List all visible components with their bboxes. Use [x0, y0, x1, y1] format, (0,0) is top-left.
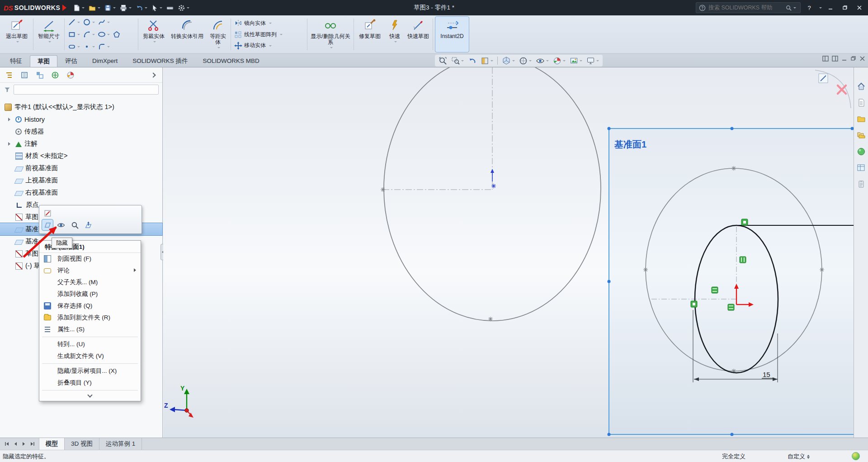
first-tab-button[interactable]: [3, 440, 10, 448]
slot-tool-button[interactable]: [67, 42, 81, 51]
dimension-text[interactable]: 15: [763, 371, 770, 378]
zoom-fit-button[interactable]: [439, 57, 447, 65]
trim-entities-button[interactable]: 剪裁实体: [141, 17, 167, 52]
tab-solidworks-mbd[interactable]: SOLIDWORKS MBD: [196, 55, 267, 67]
configuration-manager-icon[interactable]: [35, 71, 44, 79]
tree-item-part-root[interactable]: 零件1 (默认<<默认>_显示状态 1>): [0, 101, 162, 113]
menu-item-comment[interactable]: 评论: [39, 265, 141, 276]
menu-item-create-new-folder[interactable]: 生成新文件夹 (V): [39, 350, 141, 362]
file-explorer-icon[interactable]: [856, 130, 867, 141]
menu-expand-button[interactable]: [39, 392, 141, 400]
caret-down-icon[interactable]: [269, 23, 272, 25]
rapid-snap-button[interactable]: 快速: [385, 17, 405, 52]
doc-close-button[interactable]: [859, 56, 865, 62]
forum-icon[interactable]: [856, 179, 867, 190]
menu-item-parent-child[interactable]: 父子关系... (M): [39, 276, 141, 288]
appearances-icon[interactable]: [856, 146, 867, 157]
restore-button[interactable]: [839, 2, 851, 13]
home-icon[interactable]: [856, 81, 867, 92]
search-box[interactable]: [696, 2, 801, 13]
expand-arrow-icon[interactable]: [8, 118, 10, 121]
pane-left-button[interactable]: [822, 56, 829, 62]
feature-manager-icon[interactable]: [5, 71, 14, 79]
search-icon[interactable]: [785, 5, 792, 11]
menu-item-go-to[interactable]: 转到... (U): [39, 338, 141, 350]
last-tab-button[interactable]: [28, 440, 36, 448]
hide-eye-icon[interactable]: [56, 219, 66, 230]
next-tab-button[interactable]: [20, 440, 28, 448]
plane-icon[interactable]: [42, 219, 53, 230]
menu-item-add-to-new-folder[interactable]: 添加到新文件夹 (R): [39, 312, 141, 324]
graphics-viewport[interactable]: 基准面1 15: [163, 67, 854, 438]
display-manager-icon[interactable]: [66, 71, 75, 79]
search-input[interactable]: [708, 5, 785, 11]
tab-model[interactable]: 模型: [39, 438, 65, 450]
close-button[interactable]: [854, 2, 865, 13]
tab-motion-study[interactable]: 运动算例 1: [99, 438, 142, 450]
exit-sketch-button[interactable]: 退出草图: [3, 17, 31, 52]
tab-dimxpert[interactable]: DimXpert: [85, 55, 125, 67]
caret-down-icon[interactable]: [269, 45, 272, 48]
previous-tab-button[interactable]: [11, 440, 19, 448]
tab-solidworks-addins[interactable]: SOLIDWORKS 插件: [125, 55, 195, 67]
menu-item-collapse-items[interactable]: 折叠项目 (Y): [39, 377, 141, 389]
save-button[interactable]: [102, 2, 118, 14]
smart-dimension-button[interactable]: 智能尺寸: [36, 17, 62, 52]
caret-down-icon[interactable]: [16, 41, 19, 44]
help-button[interactable]: ?: [803, 2, 815, 13]
spin-arrows-icon[interactable]: [807, 453, 810, 460]
instant2d-button[interactable]: Instant2D: [435, 17, 469, 52]
new-document-button[interactable]: [71, 2, 86, 14]
display-delete-relations-button[interactable]: 显示/删除几何关系: [310, 17, 351, 52]
repair-sketch-button[interactable]: 修复草图: [356, 17, 383, 52]
move-entities-button[interactable]: 移动实体: [233, 40, 305, 51]
cancel-sketch-icon[interactable]: [838, 86, 846, 94]
section-view-button[interactable]: [481, 57, 493, 65]
expand-arrow-icon[interactable]: [8, 142, 10, 146]
caret-down-icon[interactable]: [153, 41, 156, 44]
tree-item-front-plane[interactable]: 前视基准面: [0, 162, 162, 174]
options-gear-button[interactable]: [176, 2, 191, 14]
filter-input[interactable]: [14, 85, 159, 95]
open-button[interactable]: [86, 2, 102, 14]
minimize-button[interactable]: [825, 2, 836, 13]
pane-right-button[interactable]: [832, 56, 838, 62]
arc-tool-button[interactable]: [82, 30, 96, 39]
dimxpert-manager-icon[interactable]: [51, 71, 60, 79]
tree-item-right-plane[interactable]: 右视基准面: [0, 186, 162, 199]
edit-appearance-button[interactable]: [553, 57, 566, 65]
custom-units-selector[interactable]: 自定义: [788, 452, 810, 461]
search-caret-icon[interactable]: [793, 7, 796, 10]
line-tool-button[interactable]: [67, 18, 81, 27]
caret-down-icon[interactable]: [330, 47, 333, 50]
property-manager-icon[interactable]: [20, 71, 29, 79]
select-cursor-button[interactable]: [149, 2, 164, 14]
previous-view-button[interactable]: [468, 57, 476, 65]
mirror-entities-button[interactable]: 镜向实体: [233, 18, 305, 29]
tab-evaluate[interactable]: 评估: [58, 55, 85, 67]
filter-funnel-icon[interactable]: [4, 86, 11, 93]
rectangle-tool-button[interactable]: [67, 30, 81, 39]
view-orientation-button[interactable]: [502, 56, 515, 65]
menu-item-add-to-favorites[interactable]: 添加到收藏 (P): [39, 288, 141, 300]
doc-restore-button[interactable]: [850, 56, 856, 62]
panel-expand-chevron-icon[interactable]: [151, 72, 156, 77]
zoom-area-button[interactable]: [451, 57, 464, 65]
tab-3d-views[interactable]: 3D 视图: [65, 438, 99, 450]
convert-entities-button[interactable]: 转换实体引用: [168, 17, 206, 52]
offset-entities-button[interactable]: 等距实体: [208, 17, 228, 52]
spline-tool-button[interactable]: [97, 18, 111, 27]
design-library-icon[interactable]: [856, 114, 867, 124]
display-style-button[interactable]: [519, 57, 532, 65]
tree-item-sensors[interactable]: 传感器: [0, 125, 162, 138]
tab-sketch[interactable]: 草图: [30, 55, 57, 67]
tree-item-material[interactable]: 材质 <未指定>: [0, 150, 162, 162]
globe-icon[interactable]: [852, 452, 860, 460]
menu-item-section-view[interactable]: 剖面视图 (F): [39, 253, 141, 265]
tree-item-history[interactable]: History: [0, 113, 162, 125]
apply-scene-button[interactable]: [570, 57, 582, 65]
caret-down-icon[interactable]: [280, 34, 283, 37]
ellipse-tool-button[interactable]: [97, 30, 111, 39]
edit-sketch-icon[interactable]: [42, 208, 53, 219]
caret-down-icon[interactable]: [48, 41, 51, 44]
